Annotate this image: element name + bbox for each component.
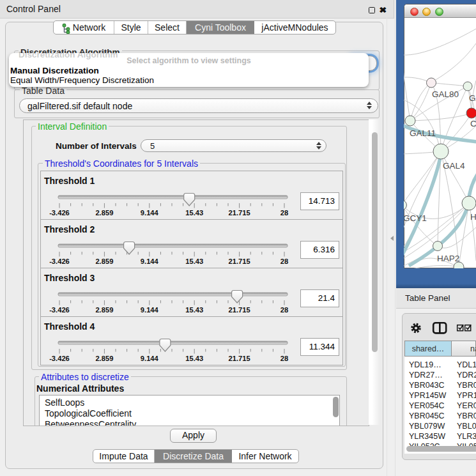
svg-text:GAL4: GAL4 [443,161,465,171]
svg-text:9.144: 9.144 [141,355,159,362]
svg-text:28: 28 [280,355,288,362]
svg-text:9.144: 9.144 [141,306,159,314]
svg-text:28: 28 [280,257,288,265]
svg-text:-3.426: -3.426 [49,257,70,265]
svg-text:2.859: 2.859 [95,355,113,362]
svg-text:-3.426: -3.426 [49,355,70,362]
svg-text:C: C [470,119,476,128]
svg-text:15.43: 15.43 [185,257,203,265]
svg-text:2.859: 2.859 [95,306,113,314]
svg-text:-3.426: -3.426 [49,209,70,217]
svg-text:GAL11: GAL11 [410,128,436,138]
svg-text:H: H [470,212,476,222]
svg-text:2.859: 2.859 [95,209,113,217]
svg-text:9.144: 9.144 [141,209,159,217]
svg-text:21.715: 21.715 [228,355,250,362]
svg-text:28: 28 [280,209,288,217]
svg-text:21.715: 21.715 [228,209,250,217]
svg-text:HAP2: HAP2 [437,254,459,263]
svg-text:-3.426: -3.426 [49,306,70,314]
svg-text:21.715: 21.715 [228,306,250,314]
svg-text:GAL80: GAL80 [432,89,459,99]
svg-text:9.144: 9.144 [141,257,159,265]
svg-text:15.43: 15.43 [185,355,203,362]
svg-text:28: 28 [280,306,288,314]
svg-text:GCY1: GCY1 [404,213,427,223]
svg-text:21.715: 21.715 [228,257,250,265]
svg-text:2.859: 2.859 [95,257,113,265]
svg-text:GA: GA [469,93,476,103]
svg-text:15.43: 15.43 [185,209,203,217]
svg-text:15.43: 15.43 [185,306,203,314]
